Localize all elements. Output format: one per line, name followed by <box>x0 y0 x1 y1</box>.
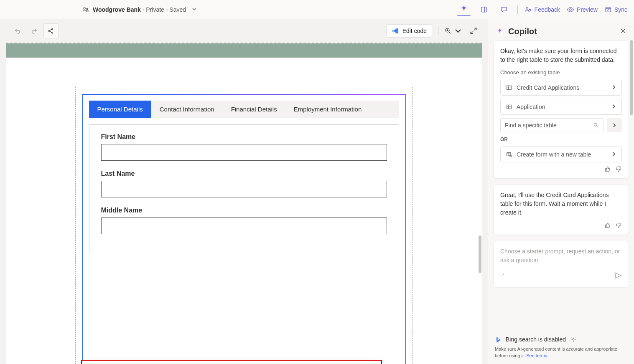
tab-financial-details[interactable]: Financial Details <box>223 101 285 118</box>
choose-table-label: Choose an existing table <box>500 69 622 76</box>
svg-rect-14 <box>507 105 512 109</box>
copilot-input-box[interactable]: Choose a starter prompt, request an acti… <box>493 241 629 288</box>
last-name-label: Last Name <box>101 170 387 177</box>
svg-point-15 <box>594 123 597 126</box>
find-table-input[interactable]: Find a specific table <box>500 118 603 132</box>
thumbs-up-icon[interactable] <box>604 166 611 172</box>
expand-button[interactable] <box>466 23 481 38</box>
copilot-input-placeholder: Choose a starter prompt, request an acti… <box>500 247 622 265</box>
first-name-input[interactable] <box>101 144 387 161</box>
divider <box>438 27 438 35</box>
undo-button[interactable] <box>10 23 25 38</box>
redo-button[interactable] <box>27 23 42 38</box>
table-option-application[interactable]: Application <box>500 99 622 115</box>
people-icon <box>82 6 89 13</box>
form-card: First Name Last Name Middle Name <box>89 124 399 252</box>
form-container[interactable]: Personal Details Contact Information Fin… <box>75 87 413 364</box>
tab-personal-details[interactable]: Personal Details <box>89 101 151 118</box>
svg-point-9 <box>48 30 50 32</box>
scrollbar-thumb[interactable] <box>630 40 633 115</box>
sync-icon <box>604 6 612 13</box>
copilot-logo-icon <box>496 28 504 36</box>
chevron-right-icon <box>611 152 616 157</box>
svg-rect-16 <box>507 152 511 156</box>
zoom-icon <box>444 27 452 35</box>
comment-icon[interactable] <box>497 3 511 16</box>
table-icon <box>506 84 512 91</box>
thumbs-down-icon[interactable] <box>615 222 622 229</box>
see-terms-link[interactable]: See terms <box>526 353 547 358</box>
document-title-wrap[interactable]: Woodgrove Bank - Private - Saved <box>82 6 197 13</box>
document-title: Woodgrove Bank - Private - Saved <box>93 6 186 13</box>
canvas-scroll[interactable]: Personal Details Contact Information Fin… <box>6 43 482 364</box>
first-name-label: First Name <box>101 133 387 141</box>
header-band <box>6 43 482 58</box>
or-label: OR <box>500 136 622 142</box>
scrollbar-thumb[interactable] <box>479 235 481 273</box>
copilot-message-card: Okay, let's make sure your form is conne… <box>493 40 629 179</box>
send-button[interactable] <box>614 271 622 281</box>
search-icon <box>593 122 599 128</box>
close-button[interactable] <box>620 28 626 36</box>
copilot-message-card: Great, I'll use the Credit Card Applicat… <box>493 185 629 235</box>
secondary-toolbar: Edit code <box>0 19 488 43</box>
search-submit-button[interactable] <box>607 118 622 132</box>
create-new-table-option[interactable]: Create form with a new table <box>500 147 622 162</box>
bing-icon <box>495 336 502 343</box>
divider <box>517 5 518 14</box>
svg-point-5 <box>526 7 528 9</box>
review-form-popup: Review this form PREVIEW Next step <box>81 360 382 364</box>
svg-rect-13 <box>507 86 512 89</box>
svg-rect-8 <box>606 7 611 12</box>
middle-name-input[interactable] <box>101 217 387 234</box>
preview-link[interactable]: Preview <box>567 6 598 13</box>
thumbs-up-icon[interactable] <box>604 222 611 229</box>
table-icon <box>506 104 512 110</box>
share-icon[interactable] <box>43 23 59 38</box>
copilot-title: Copilot <box>508 27 537 36</box>
copilot-message: Okay, let's make sure your form is conne… <box>500 47 622 64</box>
tab-employment-information[interactable]: Employment Information <box>285 101 370 118</box>
field-middle-name: Middle Name <box>101 207 387 234</box>
svg-rect-3 <box>481 7 486 12</box>
table-option-credit-card[interactable]: Credit Card Applications <box>500 80 622 96</box>
eye-icon <box>567 6 574 13</box>
svg-point-11 <box>52 32 53 33</box>
svg-point-0 <box>84 7 86 9</box>
copilot-pane: Copilot Okay, let's make sure your form … <box>488 19 634 364</box>
copilot-message: Great, I'll use the Credit Card Applicat… <box>500 191 622 217</box>
svg-rect-2 <box>87 10 89 12</box>
panel-icon[interactable] <box>477 3 491 16</box>
copilot-icon[interactable] <box>457 3 471 16</box>
field-last-name: Last Name <box>101 170 387 197</box>
canvas-area: Edit code Personal Details Contact Infor… <box>0 19 488 364</box>
svg-point-18 <box>573 339 574 340</box>
thumbs-down-icon[interactable] <box>615 166 622 172</box>
bing-search-status: Bing search is disabled <box>488 331 634 346</box>
last-name-input[interactable] <box>101 181 387 197</box>
chevron-right-icon <box>611 85 616 90</box>
gear-icon[interactable] <box>570 336 577 343</box>
chevron-down-icon[interactable] <box>192 6 197 13</box>
copilot-body[interactable]: Okay, let's make sure your form is conne… <box>488 40 634 331</box>
vscode-icon <box>392 27 399 35</box>
tab-contact-information[interactable]: Contact Information <box>151 101 223 118</box>
feedback-link[interactable]: Feedback <box>525 6 560 13</box>
copilot-disclaimer: Make sure AI-generated content is accura… <box>488 346 634 364</box>
feedback-icon <box>525 6 532 13</box>
chevron-right-icon <box>611 104 616 109</box>
sync-link[interactable]: Sync <box>604 6 627 13</box>
sparkle-icon[interactable] <box>500 272 507 281</box>
chevron-down-icon <box>454 27 462 35</box>
svg-point-7 <box>570 8 572 10</box>
middle-name-label: Middle Name <box>101 207 387 214</box>
tab-bar: Personal Details Contact Information Fin… <box>89 101 399 118</box>
app-header: Woodgrove Bank - Private - Saved Feedbac… <box>0 0 634 19</box>
zoom-dropdown[interactable] <box>444 27 462 35</box>
edit-code-button[interactable]: Edit code <box>386 24 432 38</box>
table-plus-icon <box>506 151 512 158</box>
svg-point-10 <box>52 28 53 30</box>
field-first-name: First Name <box>101 133 387 161</box>
